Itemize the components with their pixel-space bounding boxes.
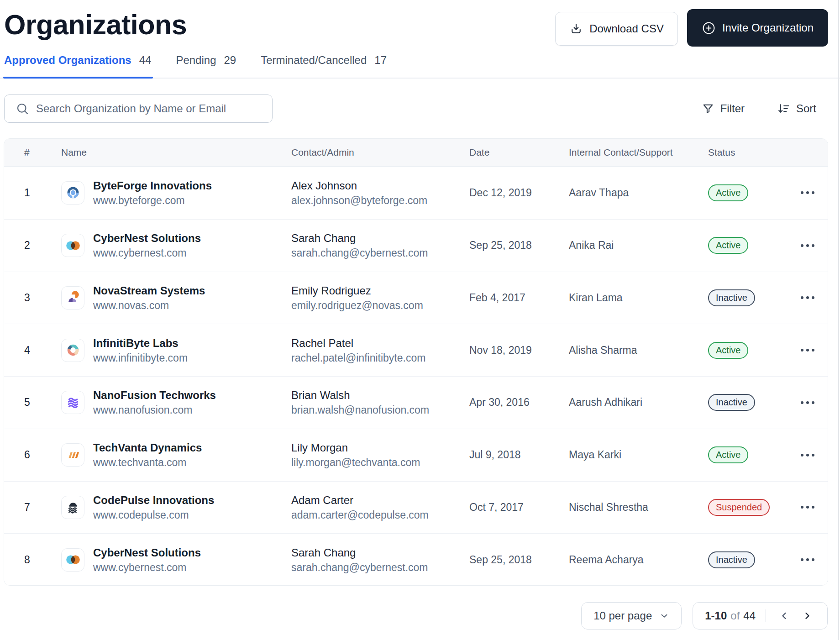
- contact-email: sarah.chang@cybernest.com: [291, 247, 469, 260]
- status-badge: Inactive: [708, 551, 755, 568]
- row-actions-button[interactable]: [797, 500, 818, 514]
- date-cell: Oct 7, 2017: [469, 501, 569, 514]
- column-header-internal-contact: Internal Contact/Support: [569, 147, 708, 158]
- contact-name: Brian Walsh: [291, 388, 469, 402]
- actions-cell: [792, 553, 828, 567]
- per-page-select[interactable]: 10 per page: [581, 602, 682, 630]
- internal-contact-cell: Alisha Sharma: [569, 344, 708, 357]
- column-header-name: Name: [61, 147, 291, 158]
- org-name: CodePulse Innovations: [93, 493, 214, 507]
- row-actions-button[interactable]: [797, 396, 818, 409]
- contact-cell: Sarah Chang sarah.chang@cybernest.com: [291, 546, 469, 574]
- tab-pending[interactable]: Pending 29: [176, 54, 236, 78]
- filter-icon: [702, 102, 714, 115]
- org-name: CyberNest Solutions: [93, 546, 201, 560]
- org-name-cell: CyberNest Solutions www.cybernest.com: [61, 231, 291, 260]
- per-page-label: 10 per page: [593, 609, 652, 622]
- row-actions-button[interactable]: [797, 343, 818, 357]
- date-cell: Dec 12, 2019: [469, 187, 569, 199]
- column-header-date: Date: [469, 147, 569, 158]
- row-number: 6: [4, 449, 61, 461]
- pagination-divider: [766, 609, 766, 622]
- contact-cell: Alex Johnson alex.johnson@byteforge.com: [291, 178, 469, 207]
- status-cell: Active: [708, 446, 792, 463]
- org-name: CyberNest Solutions: [93, 231, 201, 245]
- organizations-table: # Name Contact/Admin Date Internal Conta…: [4, 138, 828, 586]
- table-header-row: # Name Contact/Admin Date Internal Conta…: [4, 139, 828, 167]
- actions-cell: [792, 186, 828, 199]
- org-name-cell: NovaStream Systems www.novas.com: [61, 283, 291, 312]
- org-name: ByteForge Innovations: [93, 178, 212, 193]
- contact-cell: Emily Rodriguez emily.rodriguez@novas.co…: [291, 283, 469, 312]
- org-website: www.cybernest.com: [93, 561, 201, 574]
- header-actions: Download CSV Invite Organization: [555, 9, 828, 47]
- org-name-cell: InfinitiByte Labs www.infinitibyte.com: [61, 336, 291, 365]
- actions-cell: [792, 239, 828, 252]
- org-name: NovaStream Systems: [93, 283, 205, 298]
- contact-name: Sarah Chang: [291, 231, 469, 245]
- scrollbar-track[interactable]: [838, 0, 839, 640]
- org-website: www.novas.com: [93, 299, 205, 312]
- row-number: 8: [4, 554, 61, 566]
- column-header-number: #: [4, 147, 61, 158]
- actions-cell: [792, 343, 828, 357]
- org-website: www.infinitibyte.com: [93, 351, 188, 365]
- table-row: 2 CyberNest Solutions www.cybernest.com …: [4, 219, 828, 272]
- sort-label: Sort: [796, 102, 816, 115]
- tab-count: 44: [139, 54, 152, 67]
- internal-contact-cell: Nischal Shrestha: [569, 501, 708, 514]
- tab-approved-organizations[interactable]: Approved Organizations 44: [4, 54, 151, 78]
- internal-contact-cell: Kiran Lama: [569, 292, 708, 304]
- date-cell: Feb 4, 2017: [469, 292, 569, 304]
- org-website: www.cybernest.com: [93, 247, 201, 260]
- org-logo: [61, 339, 84, 362]
- actions-cell: [792, 396, 828, 409]
- row-actions-button[interactable]: [797, 448, 818, 462]
- row-actions-button[interactable]: [797, 553, 818, 567]
- tab-count: 17: [374, 54, 387, 67]
- org-name-cell: ByteForge Innovations www.byteforge.com: [61, 178, 291, 207]
- internal-contact-cell: Anika Rai: [569, 239, 708, 252]
- download-csv-button[interactable]: Download CSV: [555, 12, 678, 46]
- status-badge: Active: [708, 184, 748, 201]
- row-actions-button[interactable]: [797, 291, 818, 304]
- tab-label: Terminated/Cancelled: [261, 54, 367, 67]
- org-name-cell: CyberNest Solutions www.cybernest.com: [61, 546, 291, 574]
- row-actions-button[interactable]: [797, 186, 818, 199]
- status-badge: Suspended: [708, 499, 770, 516]
- date-cell: Sep 25, 2018: [469, 239, 569, 252]
- table-row: 4 InfinitiByte Labs www.infinitibyte.com…: [4, 324, 828, 376]
- column-header-contact: Contact/Admin: [291, 147, 469, 158]
- org-logo: [61, 496, 84, 519]
- org-website: www.techvanta.com: [93, 456, 202, 469]
- filter-button[interactable]: Filter: [702, 102, 745, 115]
- table-row: 3 NovaStream Systems www.novas.com Emily…: [4, 272, 828, 324]
- next-page-button[interactable]: [799, 608, 815, 624]
- tab-count: 29: [224, 54, 236, 67]
- org-name: TechVanta Dynamics: [93, 441, 202, 455]
- tab-label: Approved Organizations: [4, 54, 131, 67]
- sort-button[interactable]: Sort: [777, 102, 816, 115]
- org-website: www.codepulse.com: [93, 509, 214, 522]
- status-cell: Active: [708, 237, 792, 254]
- tab-terminated-cancelled[interactable]: Terminated/Cancelled 17: [261, 54, 387, 78]
- page-title: Organizations: [4, 8, 187, 42]
- table-row: 1 ByteForge Innovations www.byteforge.co…: [4, 167, 828, 219]
- date-cell: Nov 18, 2019: [469, 344, 569, 357]
- invite-organization-button[interactable]: Invite Organization: [687, 9, 828, 47]
- status-cell: Active: [708, 184, 792, 201]
- filter-label: Filter: [720, 102, 745, 115]
- internal-contact-cell: Aarush Adhikari: [569, 396, 708, 409]
- contact-name: Lily Morgan: [291, 441, 469, 455]
- search-input[interactable]: [36, 95, 272, 122]
- organizations-page: Organizations Download CSV Invite Organi…: [0, 0, 840, 640]
- previous-page-button[interactable]: [776, 608, 793, 624]
- org-website: www.nanofusion.com: [93, 404, 216, 417]
- actions-cell: [792, 500, 828, 514]
- contact-name: Alex Johnson: [291, 178, 469, 193]
- row-number: 7: [4, 501, 61, 514]
- internal-contact-cell: Maya Karki: [569, 449, 708, 461]
- chevron-left-icon: [779, 610, 790, 621]
- row-actions-button[interactable]: [797, 239, 818, 252]
- actions-cell: [792, 448, 828, 462]
